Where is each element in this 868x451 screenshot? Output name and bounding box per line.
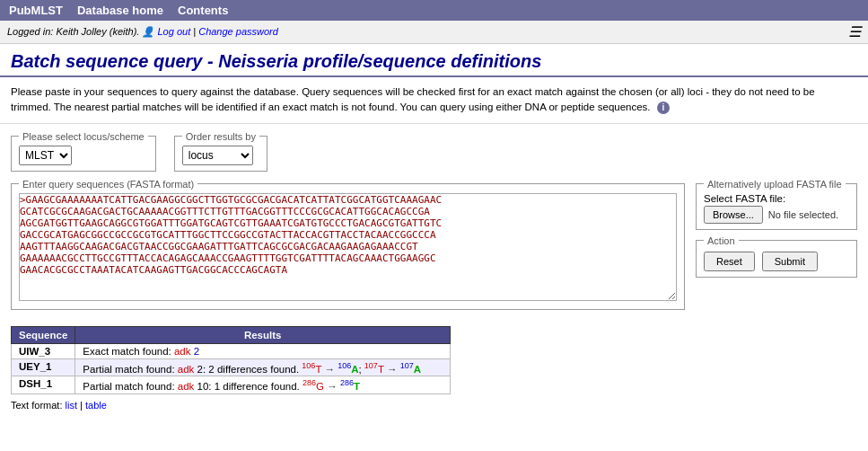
action-btn-row: Reset Submit	[704, 252, 849, 271]
form-row-top: Please select locus/scheme MLST abcZ adk…	[11, 131, 857, 172]
login-info: Logged in: Keith Jolley (keith). 👤 Log o…	[7, 26, 278, 38]
col-header-sequence: Sequence	[12, 326, 75, 343]
change-password-link[interactable]: Change password	[198, 26, 278, 37]
upload-fieldset: Alternatively upload FASTA file Select F…	[696, 179, 857, 230]
menu-icon[interactable]: ☰	[848, 23, 861, 40]
file-row: Browse... No file selected.	[704, 206, 849, 224]
seq-id: UIW_3	[12, 343, 75, 358]
seq-id: DSH_1	[12, 376, 75, 394]
brand-link[interactable]: PubMLST	[9, 4, 63, 17]
main-content: Please select locus/scheme MLST abcZ adk…	[0, 124, 868, 317]
locus-fieldset: Please select locus/scheme MLST abcZ adk…	[11, 131, 156, 172]
table-row: UIW_3 Exact match found: adk 2	[12, 343, 451, 358]
col-header-results: Results	[75, 326, 451, 343]
seq-legend: Enter query sequences (FASTA format)	[19, 179, 197, 190]
page-title: Batch sequence query - Neisseria profile…	[0, 44, 868, 77]
browse-button[interactable]: Browse...	[704, 206, 763, 224]
order-fieldset: Order results by locus sequence	[174, 131, 267, 172]
submit-button[interactable]: Submit	[762, 252, 818, 271]
locus-legend: Please select locus/scheme	[19, 131, 148, 142]
allele-link[interactable]: adk	[178, 363, 195, 374]
logout-link[interactable]: Log out	[158, 26, 191, 37]
action-fieldset: Action Reset Submit	[696, 235, 857, 278]
seq-area-fieldset: Enter query sequences (FASTA format) >GA…	[11, 179, 685, 310]
no-file-label: No file selected.	[768, 209, 838, 220]
description-text: Please paste in your sequences to query …	[0, 77, 868, 124]
table-row: DSH_1 Partial match found: adk 10: 1 dif…	[12, 376, 451, 394]
table-row: UEY_1 Partial match found: adk 2: 2 diff…	[12, 358, 451, 376]
nav-contents[interactable]: Contents	[178, 4, 228, 17]
order-select[interactable]: locus sequence	[182, 146, 253, 165]
result-cell: Partial match found: adk 10: 1 differenc…	[75, 376, 451, 394]
upload-action-col: Alternatively upload FASTA file Select F…	[696, 179, 857, 310]
text-format-row: Text format: list | table	[0, 400, 868, 411]
action-legend: Action	[704, 235, 739, 246]
text-format-label: Text format:	[11, 400, 62, 411]
upload-legend: Alternatively upload FASTA file	[704, 179, 846, 190]
table-link[interactable]: table	[85, 400, 107, 411]
locus-select[interactable]: MLST abcZ adk aroE fumC gdh pdhC pgm	[19, 146, 72, 165]
nav-database-home[interactable]: Database home	[77, 4, 163, 17]
upload-label: Select FASTA file:	[704, 193, 849, 204]
seq-id: UEY_1	[12, 358, 75, 376]
results-table: Sequence Results UIW_3 Exact match found…	[11, 326, 451, 395]
result-cell: Exact match found: adk 2	[75, 343, 451, 358]
login-bar: Logged in: Keith Jolley (keith). 👤 Log o…	[0, 21, 868, 44]
list-link[interactable]: list	[66, 400, 77, 411]
results-section: Sequence Results UIW_3 Exact match found…	[0, 326, 868, 395]
order-legend: Order results by	[182, 131, 259, 142]
seq-upload-row: Enter query sequences (FASTA format) >GA…	[11, 179, 857, 310]
top-nav: PubMLST Database home Contents	[0, 0, 868, 21]
info-icon[interactable]: i	[657, 102, 670, 114]
result-cell: Partial match found: adk 2: 2 difference…	[75, 358, 451, 376]
allele-link[interactable]: adk	[174, 346, 191, 357]
allele-link[interactable]: adk	[178, 381, 195, 392]
reset-button[interactable]: Reset	[704, 252, 755, 271]
seq-textarea[interactable]: >GAAGCGAAAAAAATCATTGACGAAGGCGGCTTGGTGCGC…	[19, 193, 677, 301]
